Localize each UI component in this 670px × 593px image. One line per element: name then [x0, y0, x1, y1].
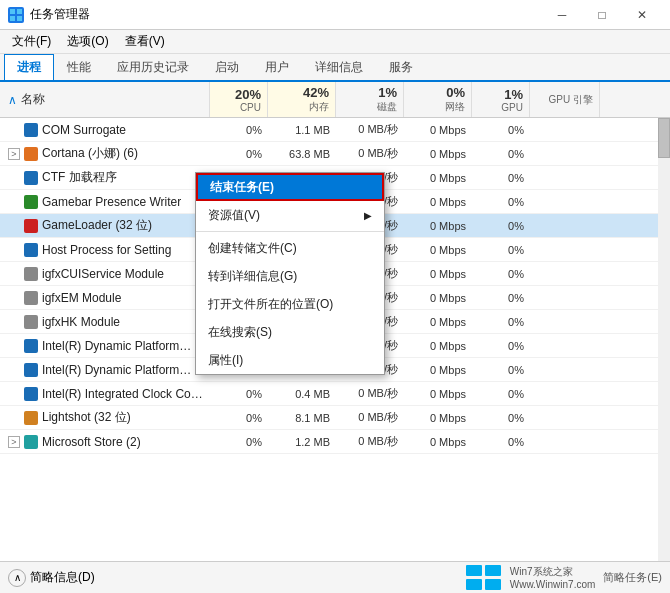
net-value: 0 Mbps	[404, 340, 472, 352]
column-cpu-header[interactable]: 20% CPU	[210, 82, 268, 117]
watermark-line2: Www.Winwin7.com	[510, 579, 596, 590]
context-menu-item-2[interactable]: 创建转储文件(C)	[196, 234, 384, 262]
gpu-value: 0%	[472, 388, 530, 400]
process-icon	[24, 147, 38, 161]
tab-details[interactable]: 详细信息	[302, 54, 376, 80]
net-value: 0 Mbps	[404, 148, 472, 160]
gpu-value: 0%	[472, 148, 530, 160]
process-icon	[24, 387, 38, 401]
context-menu-item-0[interactable]: 结束任务(E)	[196, 173, 384, 201]
net-value: 0 Mbps	[404, 196, 472, 208]
tab-app-history[interactable]: 应用历史记录	[104, 54, 202, 80]
expand-btn[interactable]: >	[8, 148, 20, 160]
column-gpu-header[interactable]: 1% GPU	[472, 82, 530, 117]
table-row[interactable]: > Microsoft Store (2) 0% 1.2 MB 0 MB/秒 0…	[0, 430, 670, 454]
context-menu-item-4[interactable]: 打开文件所在的位置(O)	[196, 290, 384, 318]
net-value: 0 Mbps	[404, 244, 472, 256]
process-name: igfxHK Module	[0, 315, 210, 329]
process-icon	[24, 315, 38, 329]
title-bar: 任务管理器 ─ □ ✕	[0, 0, 670, 30]
column-gpueng-header[interactable]: GPU 引擎	[530, 82, 600, 117]
process-icon	[24, 195, 38, 209]
svg-rect-2	[10, 16, 15, 21]
table-row[interactable]: > Cortana (小娜) (6) 0% 63.8 MB 0 MB/秒 0 M…	[0, 142, 670, 166]
bottom-bar: ∧ 简略信息(D) Win7系统之家 Www.Winwin7.com 简略任务(…	[0, 561, 670, 593]
mem-value: 1.1 MB	[268, 124, 336, 136]
task-mgr-label[interactable]: 简略任务(E)	[603, 570, 662, 585]
mem-value: 1.2 MB	[268, 436, 336, 448]
table-row[interactable]: Intel(R) Integrated Clock Co… 0% 0.4 MB …	[0, 382, 670, 406]
net-value: 0 Mbps	[404, 388, 472, 400]
gpu-value: 0%	[472, 124, 530, 136]
table-row[interactable]: Lightshot (32 位) 0% 8.1 MB 0 MB/秒 0 Mbps…	[0, 406, 670, 430]
gpu-value: 0%	[472, 244, 530, 256]
scrollbar-thumb[interactable]	[658, 118, 670, 158]
minimize-button[interactable]: ─	[542, 0, 582, 30]
process-name: COM Surrogate	[0, 123, 210, 137]
net-value: 0 Mbps	[404, 412, 472, 424]
net-value: 0 Mbps	[404, 316, 472, 328]
context-menu-item-5[interactable]: 在线搜索(S)	[196, 318, 384, 346]
mem-value: 8.1 MB	[268, 412, 336, 424]
process-name: GameLoader (32 位)	[0, 217, 210, 234]
expand-circle-icon[interactable]: ∧	[8, 569, 26, 587]
svg-rect-0	[10, 9, 15, 14]
context-menu-item-6[interactable]: 属性(I)	[196, 346, 384, 374]
close-button[interactable]: ✕	[622, 0, 662, 30]
maximize-button[interactable]: □	[582, 0, 622, 30]
mem-value: 0.4 MB	[268, 388, 336, 400]
menu-file[interactable]: 文件(F)	[4, 31, 59, 53]
process-name: Host Process for Setting	[0, 243, 210, 257]
tab-users[interactable]: 用户	[252, 54, 302, 80]
gpu-value: 0%	[472, 412, 530, 424]
disk-value: 0 MB/秒	[336, 122, 404, 137]
gpu-value: 0%	[472, 220, 530, 232]
svg-rect-3	[17, 16, 22, 21]
column-mem-header[interactable]: 42% 内存	[268, 82, 336, 117]
svg-rect-1	[17, 9, 22, 14]
svg-rect-7	[485, 579, 501, 590]
process-icon	[24, 219, 38, 233]
process-icon	[24, 123, 38, 137]
net-value: 0 Mbps	[404, 124, 472, 136]
menu-view[interactable]: 查看(V)	[117, 31, 173, 53]
menu-bar: 文件(F) 选项(O) 查看(V)	[0, 30, 670, 54]
svg-rect-4	[466, 565, 482, 576]
net-value: 0 Mbps	[404, 220, 472, 232]
mem-value: 63.8 MB	[268, 148, 336, 160]
disk-value: 0 MB/秒	[336, 410, 404, 425]
process-name: igfxCUIService Module	[0, 267, 210, 281]
gpu-value: 0%	[472, 436, 530, 448]
context-menu-item-3[interactable]: 转到详细信息(G)	[196, 262, 384, 290]
column-net-header[interactable]: 0% 网络	[404, 82, 472, 117]
menu-options[interactable]: 选项(O)	[59, 31, 116, 53]
process-name: Intel(R) Integrated Clock Co…	[0, 387, 210, 401]
column-disk-header[interactable]: 1% 磁盘	[336, 82, 404, 117]
brief-info-label[interactable]: 简略信息(D)	[30, 569, 95, 586]
tab-services[interactable]: 服务	[376, 54, 426, 80]
table-row[interactable]: COM Surrogate 0% 1.1 MB 0 MB/秒 0 Mbps 0%	[0, 118, 670, 142]
cpu-value: 0%	[210, 412, 268, 424]
process-name: Lightshot (32 位)	[0, 409, 210, 426]
bottom-left: ∧ 简略信息(D)	[8, 569, 95, 587]
process-name: Intel(R) Dynamic Platform…	[0, 339, 210, 353]
tab-performance[interactable]: 性能	[54, 54, 104, 80]
tab-process[interactable]: 进程	[4, 54, 54, 80]
expand-btn[interactable]: >	[8, 436, 20, 448]
window-title: 任务管理器	[30, 6, 90, 23]
tab-bar: 进程 性能 应用历史记录 启动 用户 详细信息 服务	[0, 54, 670, 82]
net-value: 0 Mbps	[404, 268, 472, 280]
windows-logo-icon	[466, 565, 502, 591]
disk-value: 0 MB/秒	[336, 434, 404, 449]
process-icon	[24, 363, 38, 377]
context-menu-item-1[interactable]: 资源值(V)▶	[196, 201, 384, 229]
scrollbar[interactable]	[658, 118, 670, 568]
cpu-value: 0%	[210, 436, 268, 448]
title-controls: ─ □ ✕	[542, 0, 662, 30]
tab-startup[interactable]: 启动	[202, 54, 252, 80]
net-value: 0 Mbps	[404, 172, 472, 184]
process-name: Intel(R) Dynamic Platform…	[0, 363, 210, 377]
process-name: Gamebar Presence Writer	[0, 195, 210, 209]
disk-value: 0 MB/秒	[336, 146, 404, 161]
column-name-header[interactable]: ∧ 名称	[0, 82, 210, 117]
